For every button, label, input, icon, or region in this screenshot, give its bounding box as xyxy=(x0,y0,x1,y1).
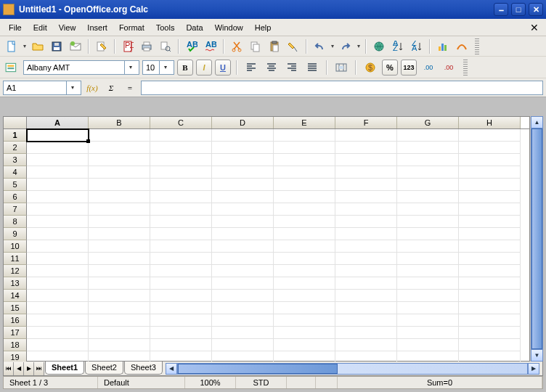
show-draw-functions-icon[interactable] xyxy=(453,38,470,55)
font-size-dropdown-icon[interactable] xyxy=(159,61,171,74)
cell[interactable] xyxy=(212,265,274,277)
cell[interactable] xyxy=(335,277,397,290)
align-center-icon[interactable] xyxy=(263,59,280,76)
print-icon[interactable] xyxy=(138,38,155,55)
new-doc-dropdown[interactable] xyxy=(22,43,28,49)
cell[interactable] xyxy=(274,191,335,203)
cell[interactable] xyxy=(274,253,335,265)
cell[interactable] xyxy=(459,290,521,302)
cell[interactable] xyxy=(212,216,274,228)
spellcheck-icon[interactable]: ABC xyxy=(183,38,200,55)
cell[interactable] xyxy=(397,253,459,265)
cell[interactable] xyxy=(27,228,89,240)
cell[interactable] xyxy=(459,216,521,228)
cut-icon[interactable] xyxy=(228,38,245,55)
cell[interactable] xyxy=(274,216,335,228)
cell[interactable] xyxy=(459,154,521,166)
cell[interactable] xyxy=(89,240,150,253)
row-header[interactable]: 8 xyxy=(4,216,27,228)
new-doc-icon[interactable] xyxy=(3,38,20,55)
row-header[interactable]: 14 xyxy=(4,290,27,302)
cell[interactable] xyxy=(89,129,150,142)
cell[interactable] xyxy=(89,191,150,203)
status-insert-mode[interactable]: STD xyxy=(236,377,287,388)
maximize-button[interactable]: □ xyxy=(511,3,526,16)
cell[interactable] xyxy=(335,228,397,240)
cell[interactable] xyxy=(89,228,150,240)
cell[interactable] xyxy=(335,290,397,302)
status-selection-mode[interactable] xyxy=(287,377,316,388)
cell[interactable] xyxy=(89,179,150,191)
cell[interactable] xyxy=(212,290,274,302)
cell[interactable] xyxy=(150,228,212,240)
cell[interactable] xyxy=(459,327,521,339)
cell[interactable] xyxy=(212,253,274,265)
scroll-track[interactable] xyxy=(531,128,543,349)
bold-button[interactable]: B xyxy=(177,60,193,75)
menu-help[interactable]: Help xyxy=(249,21,277,34)
cell[interactable] xyxy=(335,240,397,253)
scroll-thumb[interactable] xyxy=(531,128,542,349)
copy-icon[interactable] xyxy=(247,38,264,55)
menu-window[interactable]: Window xyxy=(209,21,249,34)
cell[interactable] xyxy=(212,302,274,314)
underline-button[interactable]: U xyxy=(215,60,231,75)
cell[interactable] xyxy=(27,179,89,191)
cell[interactable] xyxy=(397,327,459,339)
currency-icon[interactable]: $ xyxy=(362,59,379,76)
cell[interactable] xyxy=(89,154,150,166)
cell[interactable] xyxy=(89,302,150,314)
row-header[interactable]: 10 xyxy=(4,240,27,253)
cell[interactable] xyxy=(274,166,335,179)
styles-icon[interactable] xyxy=(3,59,20,76)
cell[interactable] xyxy=(89,277,150,290)
close-button[interactable]: ✕ xyxy=(529,3,543,16)
sum-button[interactable]: Σ xyxy=(103,81,119,95)
status-page-style[interactable]: Default xyxy=(98,377,185,388)
minimize-button[interactable]: ‒ xyxy=(494,3,508,16)
cell[interactable] xyxy=(27,265,89,277)
cell[interactable] xyxy=(335,216,397,228)
cell[interactable] xyxy=(335,327,397,339)
font-size-combo[interactable]: 10 xyxy=(142,60,174,75)
cell[interactable] xyxy=(212,179,274,191)
row-header[interactable]: 15 xyxy=(4,302,27,314)
status-zoom[interactable]: 100% xyxy=(185,377,236,388)
tab-nav-next-icon[interactable]: ▶ xyxy=(24,362,34,375)
cell[interactable] xyxy=(89,265,150,277)
cell[interactable] xyxy=(89,314,150,327)
cell[interactable] xyxy=(150,203,212,216)
cell[interactable] xyxy=(335,203,397,216)
cell[interactable] xyxy=(27,277,89,290)
menu-file[interactable]: File xyxy=(3,21,28,34)
cell[interactable] xyxy=(274,265,335,277)
cell[interactable] xyxy=(459,277,521,290)
cell[interactable] xyxy=(274,277,335,290)
cell[interactable] xyxy=(150,216,212,228)
edit-doc-icon[interactable] xyxy=(93,38,110,55)
email-icon[interactable] xyxy=(67,38,84,55)
cell[interactable] xyxy=(89,203,150,216)
name-box-dropdown-icon[interactable] xyxy=(66,81,78,94)
cell[interactable] xyxy=(459,228,521,240)
cell[interactable] xyxy=(397,228,459,240)
undo-history-dropdown[interactable] xyxy=(330,43,335,49)
cell[interactable] xyxy=(335,129,397,142)
auto-spellcheck-icon[interactable]: ABC xyxy=(202,38,219,55)
cell[interactable] xyxy=(27,142,89,154)
scroll-right-icon[interactable]: ▶ xyxy=(528,363,539,375)
row-header[interactable]: 16 xyxy=(4,314,27,327)
function-equals-button[interactable]: = xyxy=(122,81,138,95)
row-header[interactable]: 13 xyxy=(4,277,27,290)
open-icon[interactable] xyxy=(29,38,46,55)
cell[interactable] xyxy=(274,302,335,314)
cell[interactable] xyxy=(459,191,521,203)
cell[interactable] xyxy=(274,154,335,166)
align-justify-icon[interactable] xyxy=(303,59,321,76)
font-name-dropdown-icon[interactable] xyxy=(124,61,136,74)
column-header[interactable]: C xyxy=(150,117,212,128)
tab-nav-prev-icon[interactable]: ◀ xyxy=(14,362,24,375)
sheet-tab[interactable]: Sheet2 xyxy=(85,362,123,375)
cell[interactable] xyxy=(27,302,89,314)
column-header[interactable]: A xyxy=(27,117,89,128)
